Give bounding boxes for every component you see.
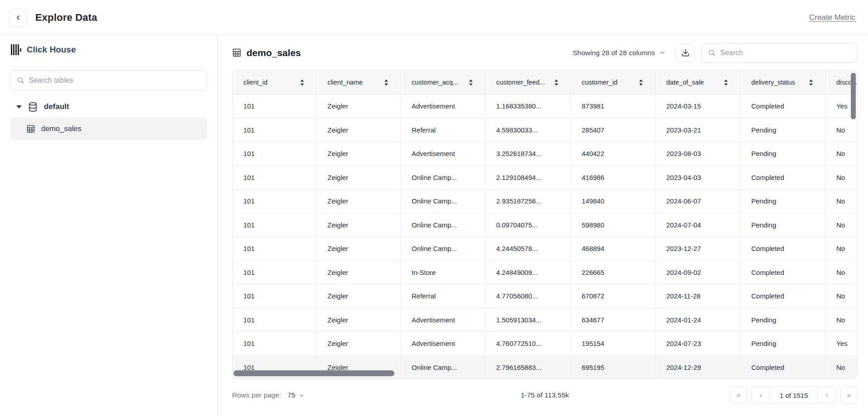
column-header-date_of_sale[interactable]: date_of_sale xyxy=(655,71,740,94)
table-cell: 2024-12-29 xyxy=(655,356,740,379)
table-cell: 101 xyxy=(232,189,317,213)
sort-icon[interactable] xyxy=(469,79,473,86)
table-cell: Zeigler xyxy=(317,166,401,189)
back-button[interactable] xyxy=(9,9,27,27)
table-row[interactable]: 101ZeiglerReferral4.77056080...670872202… xyxy=(232,284,857,308)
table-header-row: client_idclient_namecustomer_acq...custo… xyxy=(232,71,857,95)
table-row[interactable]: 101ZeiglerOnline Camp...4.24450578...468… xyxy=(232,237,857,261)
column-header-customer_acq[interactable]: customer_acq... xyxy=(401,71,485,94)
table-cell: 1.168335380... xyxy=(485,95,571,118)
chevron-left-icon xyxy=(14,14,22,21)
data-search-box xyxy=(701,43,858,63)
download-icon xyxy=(681,48,690,57)
column-header-customer_feed[interactable]: customer_feed... xyxy=(485,71,571,94)
clickhouse-logo-icon xyxy=(11,44,21,55)
table-cell: Pending xyxy=(740,332,825,355)
table-cell: 2023-08-03 xyxy=(655,142,740,165)
table-cell: No xyxy=(825,261,858,284)
columns-summary-text: Showing 28 of 28 columns xyxy=(573,49,655,57)
sidebar-item-database-default[interactable]: default xyxy=(10,99,207,115)
table-grid-icon xyxy=(232,48,242,57)
table-row[interactable]: 101ZeiglerReferral4.59830033...285407202… xyxy=(232,118,857,142)
table-cell: 3.252618734... xyxy=(485,142,571,165)
table-cell: 2024-09-02 xyxy=(655,261,740,284)
table-search-box xyxy=(10,70,207,90)
column-header-label: delivery_status xyxy=(751,79,795,86)
table-row[interactable]: 101ZeiglerAdvertisement1.505913034...634… xyxy=(232,308,857,332)
sort-icon[interactable] xyxy=(639,79,643,86)
table-cell: 285407 xyxy=(571,118,655,142)
table-grid-icon xyxy=(26,124,35,133)
table-search-input[interactable] xyxy=(29,76,200,85)
create-metric-link[interactable]: Create Metric xyxy=(809,13,855,22)
table-cell: 416986 xyxy=(571,166,655,189)
column-header-delivery_status[interactable]: delivery_status xyxy=(740,71,825,94)
first-page-button[interactable]: « xyxy=(730,387,747,404)
table-row[interactable]: 101ZeiglerAdvertisement1.168335380...873… xyxy=(232,95,857,118)
table-cell: Zeigler xyxy=(317,213,401,237)
column-header-client_name[interactable]: client_name xyxy=(317,71,401,94)
table-cell: No xyxy=(825,356,858,379)
table-cell: Pending xyxy=(740,189,825,213)
rows-per-page-value: 75 xyxy=(288,391,295,399)
table-cell: Zeigler xyxy=(317,284,401,308)
table-cell: 2.129108494... xyxy=(485,166,571,189)
table-cell: Advertisement xyxy=(401,142,485,165)
last-page-button[interactable]: » xyxy=(840,387,858,404)
table-row[interactable]: 101ZeiglerOnline Camp...0.09704075...598… xyxy=(232,213,857,237)
table-cell: Pending xyxy=(740,142,825,165)
column-header-client_id[interactable]: client_id xyxy=(232,71,317,94)
table-row[interactable]: 101ZeiglerOnline Camp...2.129108494...41… xyxy=(232,166,857,190)
table-cell: 695195 xyxy=(571,356,655,379)
table-cell: 873981 xyxy=(571,95,655,118)
table-cell: Online Camp... xyxy=(401,213,485,237)
table-cell: Zeigler xyxy=(317,189,401,213)
vertical-scrollbar[interactable] xyxy=(851,73,856,119)
table-cell: In-Store xyxy=(401,261,485,284)
sort-icon[interactable] xyxy=(300,79,304,86)
table-cell: Zeigler xyxy=(317,95,401,118)
horizontal-scrollbar[interactable] xyxy=(233,370,394,376)
chevron-down-icon xyxy=(299,392,304,398)
table-cell: Zeigler xyxy=(317,118,401,142)
columns-dropdown[interactable]: Showing 28 of 28 columns xyxy=(573,49,666,57)
table-cell: 2.935187256... xyxy=(485,189,571,213)
table-row[interactable]: 101ZeiglerAdvertisement3.252618734...440… xyxy=(232,142,857,166)
table-cell: 0.09704075... xyxy=(485,213,571,237)
caret-down-icon xyxy=(16,105,22,109)
page-nav-group: ‹ 1 of 1515 › xyxy=(751,387,836,404)
table-cell: No xyxy=(825,142,858,165)
table-cell: Online Camp... xyxy=(401,237,485,260)
sort-icon[interactable] xyxy=(809,79,813,86)
download-button[interactable] xyxy=(676,43,695,62)
next-page-button[interactable]: › xyxy=(818,387,836,403)
table-row[interactable]: 101ZeiglerOnline Camp...2.935187256...14… xyxy=(232,189,857,213)
table-row[interactable]: 101ZeiglerAdvertisement4.760772510...195… xyxy=(232,332,857,356)
table-cell: 2023-12-27 xyxy=(655,237,740,260)
table-cell: Online Camp... xyxy=(401,189,485,213)
table-cell: 2024-06-07 xyxy=(655,189,740,213)
table-row[interactable]: 101ZeiglerIn-Store4.24849009...226665202… xyxy=(232,261,857,285)
table-cell: Completed xyxy=(740,284,825,308)
table-cell: 2024-01-24 xyxy=(655,308,740,332)
column-header-label: customer_acq... xyxy=(412,79,458,86)
data-search-input[interactable] xyxy=(720,49,851,57)
sidebar-item-demo-sales[interactable]: demo_sales xyxy=(10,118,207,140)
chevron-down-icon xyxy=(659,49,666,56)
table-cell: 1.505913034... xyxy=(485,308,571,332)
table-cell: 4.760772510... xyxy=(485,332,571,355)
table-cell: Pending xyxy=(740,213,825,237)
table-cell: Completed xyxy=(740,356,825,379)
column-header-customer_id[interactable]: customer_id xyxy=(571,71,655,94)
table-cell: 598980 xyxy=(571,213,655,237)
rows-per-page-select[interactable]: 75 xyxy=(288,391,304,399)
sort-icon[interactable] xyxy=(724,79,728,86)
sort-icon[interactable] xyxy=(554,79,559,86)
table-footer: Rows per page: 75 1-75 of 113.55k « ‹ 1 … xyxy=(232,384,858,406)
table-cell: 2024-03-15 xyxy=(655,95,740,118)
sort-icon[interactable] xyxy=(384,79,389,86)
table-cell: 101 xyxy=(232,213,317,237)
table-cell: 2024-07-04 xyxy=(655,213,740,237)
prev-page-button[interactable]: ‹ xyxy=(752,387,770,403)
table-cell: Online Camp... xyxy=(401,356,485,379)
